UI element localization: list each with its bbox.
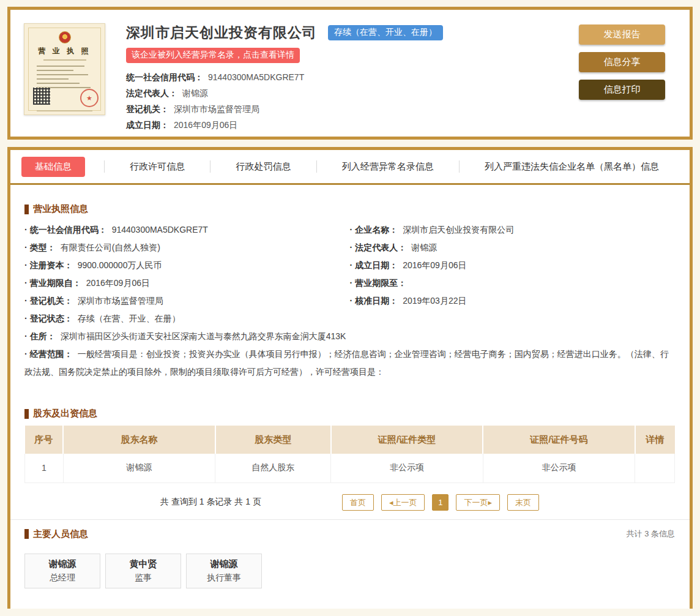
col-detail: 详情 [635, 426, 675, 454]
field-business-scope: 经营范围：一般经营项目是：创业投资；投资兴办实业（具体项目另行申报）；经济信息咨… [24, 345, 675, 381]
col-name: 股东名称 [63, 426, 215, 454]
field-company-name: 企业名称：深圳市启天创业投资有限公司 [350, 221, 676, 239]
field-established-date: 成立日期：2016年09月06日 [350, 257, 676, 274]
first-page-button[interactable]: 首页 [342, 494, 374, 511]
tab-basic-info[interactable]: 基础信息 [21, 157, 85, 177]
header-field-legal-rep: 法定代表人：谢锦源 [126, 85, 579, 101]
page-title-company-name: 深圳市启天创业投资有限公司 [126, 23, 317, 42]
person-card: 谢锦源 总经理 [24, 554, 100, 588]
main-info-panel: 基础信息 行政许可信息 行政处罚信息 列入经营异常名录信息 列入严重违法失信企业… [7, 147, 693, 609]
header-field-registry: 登记机关：深圳市市场监督管理局 [126, 101, 579, 117]
people-count-text: 共计 3 条信息 [627, 528, 675, 539]
section-marker-icon [24, 409, 29, 419]
business-license-image: 营 业 执 照 ★ [24, 23, 105, 115]
license-red-seal-icon: ★ [80, 89, 99, 107]
field-address: 住所：深圳市福田区沙头街道天安社区深南大道与泰然九路交界东南金润大厦413K [24, 328, 675, 345]
shareholders-table: 序号 股东名称 股东类型 证照/证件类型 证照/证件号码 详情 1 谢锦源 自然… [24, 426, 675, 483]
field-legal-rep: 法定代表人：谢锦源 [350, 239, 676, 257]
section-marker-icon [24, 529, 29, 539]
col-cert-type: 证照/证件类型 [331, 426, 483, 454]
person-card: 黄中贤 监事 [105, 554, 181, 588]
license-subtitle-line [43, 59, 86, 61]
current-page-button[interactable]: 1 [432, 494, 449, 511]
field-approval-date: 核准日期：2019年03月22日 [350, 292, 676, 310]
pagination: 共 查询到 1 条记录 共 1 页 首页 ◂上一页 1 下一页▸ 末页 [24, 494, 675, 511]
last-page-button[interactable]: 末页 [507, 494, 539, 511]
print-info-button[interactable]: 信息打印 [579, 80, 665, 100]
tab-blacklist[interactable]: 列入严重违法失信企业名单（黑名单）信息 [478, 157, 665, 176]
field-registration-status: 登记状态：存续（在营、开业、在册） [24, 310, 350, 328]
tab-abnormal-operations-list[interactable]: 列入经营异常名录信息 [336, 157, 440, 176]
section-marker-icon [24, 205, 29, 214]
person-card: 谢锦源 执行董事 [186, 554, 262, 588]
field-registry-authority: 登记机关：深圳市市场监督管理局 [24, 292, 350, 310]
col-type: 股东类型 [215, 426, 331, 454]
section-title-license-info: 营业执照信息 [24, 203, 675, 215]
field-registered-capital: 注册资本：9900.000000万人民币 [24, 257, 350, 274]
status-badge: 存续（在营、开业、在册） [328, 25, 443, 40]
table-row: 1 谢锦源 自然人股东 非公示项 非公示项 [25, 454, 675, 483]
section-divider [10, 519, 690, 520]
next-page-button[interactable]: 下一页▸ [456, 494, 500, 511]
national-emblem-icon [59, 31, 71, 43]
prev-page-button[interactable]: ◂上一页 [381, 494, 425, 511]
tab-admin-penalty[interactable]: 行政处罚信息 [230, 157, 297, 176]
key-people-list: 谢锦源 总经理 黄中贤 监事 谢锦源 执行董事 [24, 554, 675, 588]
record-count-text: 共 查询到 1 条记录 共 1 页 [160, 497, 261, 508]
license-detail-grid: 统一社会信用代码：91440300MA5DKGRE7T 企业名称：深圳市启天创业… [24, 221, 675, 381]
abnormal-operation-warning-link[interactable]: 该企业被列入经营异常名录，点击查看详情 [126, 48, 300, 63]
table-header-row: 序号 股东名称 股东类型 证照/证件类型 证照/证件号码 详情 [25, 426, 675, 454]
share-info-button[interactable]: 信息分享 [579, 52, 665, 72]
tab-bar: 基础信息 行政许可信息 行政处罚信息 列入经营异常名录信息 列入严重违法失信企业… [10, 150, 690, 185]
license-title: 营 业 执 照 [32, 46, 97, 56]
header-field-established: 成立日期：2016年09月06日 [126, 117, 579, 133]
field-term-to: 营业期限至： [350, 274, 676, 292]
license-qr-code [33, 88, 50, 105]
section-title-shareholders: 股东及出资信息 [24, 408, 675, 419]
section-title-key-people: 主要人员信息 [24, 528, 88, 540]
header-field-credit-code: 统一社会信用代码：91440300MA5DKGRE7T [126, 69, 579, 85]
col-cert-number: 证照/证件号码 [483, 426, 635, 454]
field-company-type: 类型：有限责任公司(自然人独资) [24, 239, 350, 257]
col-index: 序号 [25, 426, 64, 454]
send-report-button[interactable]: 发送报告 [579, 24, 665, 45]
field-credit-code: 统一社会信用代码：91440300MA5DKGRE7T [24, 221, 350, 239]
field-term-from: 营业期限自：2016年09月06日 [24, 274, 350, 292]
tab-admin-license[interactable]: 行政许可信息 [124, 157, 191, 176]
company-header-panel: 营 业 执 照 ★ 深圳市启天创业投资有限公司 存续（在营、开业、在册） 该企业… [7, 7, 693, 140]
